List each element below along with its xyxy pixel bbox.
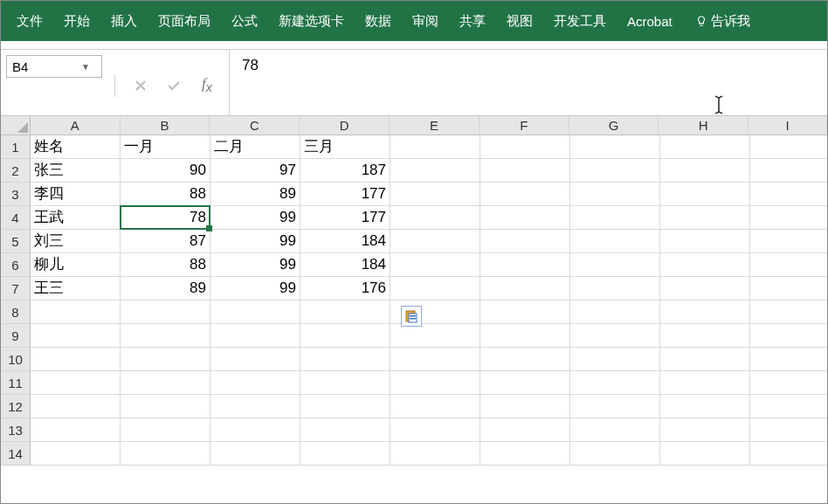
cancel-button[interactable] [124,74,157,97]
cell[interactable]: 97 [210,159,300,183]
cell[interactable] [390,418,480,442]
cell[interactable] [750,300,828,324]
col-header-i[interactable]: I [749,116,827,135]
cell[interactable]: 王武 [31,206,121,230]
cell[interactable] [570,230,660,253]
cell[interactable] [480,442,570,466]
cell[interactable] [31,348,121,371]
cell[interactable] [660,442,750,466]
cell[interactable] [750,348,828,371]
cell[interactable] [660,418,750,442]
cell[interactable] [390,183,480,206]
cell[interactable] [121,300,210,324]
cell[interactable]: 184 [300,230,390,253]
tab-developer[interactable]: 开发工具 [543,8,617,35]
cell[interactable] [660,348,750,371]
col-header-g[interactable]: G [569,116,659,135]
cell[interactable]: 姓名 [31,135,121,159]
cell[interactable] [480,300,570,324]
name-box-input[interactable] [7,59,77,74]
row-header[interactable]: 5 [1,230,31,253]
cell[interactable] [660,395,750,418]
cell[interactable] [390,371,480,395]
cell[interactable] [480,324,570,348]
col-header-f[interactable]: F [480,116,569,135]
cell[interactable] [300,324,390,348]
cell[interactable] [480,418,570,442]
cell[interactable] [480,253,570,277]
cell[interactable] [660,206,750,230]
cell[interactable] [480,371,570,395]
cell[interactable]: 99 [210,230,300,253]
cell[interactable] [390,348,480,371]
enter-button[interactable] [157,74,190,97]
insert-function-button[interactable]: fx [190,74,224,97]
cell[interactable] [570,324,660,348]
row-header[interactable]: 8 [1,300,31,324]
row-header[interactable]: 13 [1,418,31,442]
cell[interactable] [570,418,660,442]
cell[interactable] [480,277,570,300]
cell[interactable] [660,253,750,277]
cell[interactable] [570,206,660,230]
cell[interactable] [210,418,300,442]
cell[interactable] [750,159,828,183]
row-header[interactable]: 10 [1,348,31,371]
cell[interactable]: 87 [121,230,210,253]
cell[interactable] [390,395,480,418]
cell[interactable]: 187 [300,159,390,183]
cell[interactable] [31,418,121,442]
cell[interactable] [31,442,121,466]
cell-grid[interactable]: 姓名 一月 二月 三月 张三 90 97 187 李四 88 [31,135,828,466]
row-header[interactable]: 4 [1,206,31,230]
paste-options-button[interactable] [401,306,422,327]
row-header[interactable]: 3 [1,183,31,206]
cell[interactable] [300,395,390,418]
cell[interactable] [31,324,121,348]
cell[interactable] [750,371,828,395]
cell[interactable] [210,442,300,466]
cell[interactable] [750,324,828,348]
cell[interactable] [480,230,570,253]
cell[interactable] [750,277,828,300]
tab-insert[interactable]: 插入 [100,8,148,35]
cell[interactable]: 二月 [210,135,300,159]
cell[interactable] [300,348,390,371]
col-header-h[interactable]: H [659,116,749,135]
cell[interactable]: 李四 [31,183,121,206]
cell[interactable]: 张三 [31,159,121,183]
cell[interactable] [570,348,660,371]
select-all-corner[interactable] [1,116,31,135]
tab-review[interactable]: 审阅 [402,8,449,35]
cell[interactable] [300,442,390,466]
cell[interactable] [660,324,750,348]
cell[interactable]: 柳儿 [31,253,121,277]
tab-share[interactable]: 共享 [449,8,496,35]
cell[interactable] [390,206,480,230]
cell[interactable] [660,230,750,253]
tab-acrobat[interactable]: Acrobat [617,9,683,34]
cell[interactable] [480,159,570,183]
cell[interactable] [570,300,660,324]
cell[interactable] [121,324,210,348]
col-header-d[interactable]: D [300,116,390,135]
cell[interactable]: 78 [121,206,210,230]
cell[interactable]: 88 [121,253,210,277]
cell[interactable] [750,183,828,206]
tab-view[interactable]: 视图 [496,8,543,35]
row-header[interactable]: 2 [1,159,31,183]
cell[interactable] [660,277,750,300]
cell[interactable] [210,395,300,418]
col-header-a[interactable]: A [31,116,121,135]
formula-input[interactable]: 78 [238,55,824,112]
row-header[interactable]: 9 [1,324,31,348]
cell[interactable] [210,300,300,324]
cell[interactable]: 89 [210,183,300,206]
cell[interactable] [570,371,660,395]
cell[interactable] [390,324,480,348]
cell[interactable]: 99 [210,253,300,277]
cell[interactable]: 88 [121,183,210,206]
cell[interactable] [750,206,828,230]
name-box-dropdown-icon[interactable]: ▼ [77,62,94,72]
cell[interactable] [210,324,300,348]
